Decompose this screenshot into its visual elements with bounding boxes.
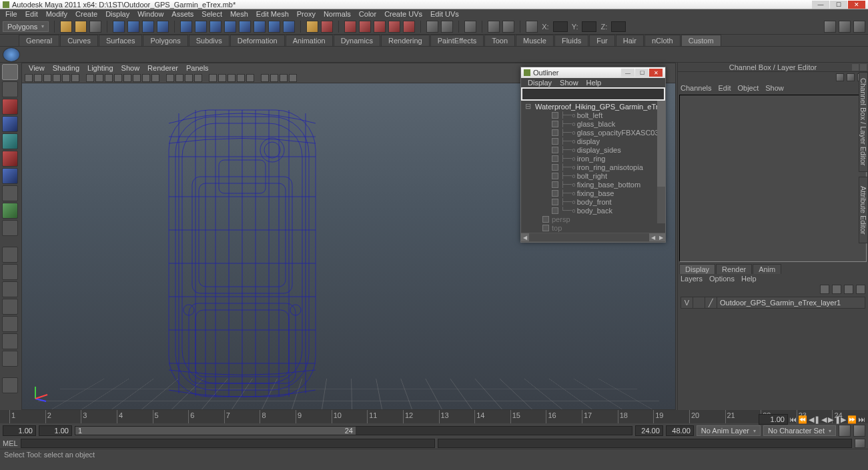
time-tick[interactable]: 9 [296,410,332,423]
time-tick[interactable]: 10 [332,410,368,423]
vp-icon[interactable] [280,74,288,82]
tree-item[interactable]: ├──oglass_black [522,119,664,128]
shelf-tab-general[interactable]: General [19,35,59,46]
tree-item[interactable]: ├──obolt_right [522,171,664,180]
outliner-min-button[interactable]: — [621,69,634,77]
menu-proxy[interactable]: Proxy [293,10,320,18]
shelf-tab-muscle[interactable]: Muscle [516,35,554,46]
outliner-menu-display[interactable]: Display [524,79,556,87]
outliner-title-bar[interactable]: Outliner — ☐ ✕ [521,67,665,78]
script-layout-icon[interactable] [2,351,18,367]
auto-key-icon[interactable] [839,425,851,437]
vp-icon[interactable] [71,74,79,82]
anim-layer-dropdown[interactable]: No Anim Layer [697,425,761,436]
snap-point-icon[interactable] [209,21,222,33]
shelf-tab-curves[interactable]: Curves [60,35,98,46]
tree-item[interactable]: └──obody_back [522,206,664,215]
time-tick[interactable]: 3 [81,410,117,423]
shelf-tab-fur[interactable]: Fur [589,35,615,46]
tool-settings-icon[interactable] [839,21,851,33]
tree-item-camera[interactable]: top [522,223,664,232]
y-input[interactable] [582,21,596,32]
soft-mod-tool[interactable] [2,185,18,201]
step-fwd-button[interactable]: ❚▶ [835,415,846,424]
outliner-close-button[interactable]: ✕ [649,69,663,77]
menu-edituvs[interactable]: Edit UVs [426,10,463,18]
cb-menu-edit[interactable]: Edit [718,84,731,92]
two-pane-icon[interactable] [2,281,18,297]
tree-item[interactable]: ├──obolt_left [522,111,664,119]
vp-icon[interactable] [261,74,269,82]
last-tool[interactable] [2,220,18,236]
menu-display[interactable]: Display [101,10,133,18]
vp-icon[interactable] [228,74,236,82]
menu-file[interactable]: File [1,10,21,18]
new-scene-icon[interactable] [60,21,72,33]
vp-icon[interactable] [151,74,159,82]
time-tick[interactable]: 13 [439,410,475,423]
menu-normals[interactable]: Normals [320,10,355,18]
redo-icon[interactable] [127,21,139,33]
mode-dropdown[interactable]: Polygons [3,21,49,32]
snap-view-icon[interactable] [254,21,266,33]
vp-menu-renderer[interactable]: Renderer [143,64,182,72]
cb-menu-object[interactable]: Object [737,84,759,92]
move-tool[interactable] [2,116,18,132]
tree-item[interactable]: ├──oiron_ring [522,154,664,163]
time-tick[interactable]: 14 [474,410,510,423]
vp-icon[interactable] [105,74,113,82]
outliner-window[interactable]: Outliner — ☐ ✕ Display Show Help ⊟ Water… [520,67,666,243]
attr-editor-icon[interactable] [824,21,836,33]
make-live-icon[interactable] [502,21,514,33]
time-tick[interactable]: 5 [153,410,189,423]
select-object-icon[interactable] [157,21,169,33]
vp-menu-view[interactable]: View [25,64,49,72]
lasso-tool[interactable] [2,81,18,97]
layer-tab-render[interactable]: Render [716,264,752,274]
tree-item-root[interactable]: ⊟ Waterproof_Hiking_GPS_Garmin_eTrex [522,102,664,111]
time-tick[interactable]: 20 [689,410,725,423]
shelf-custom-icon[interactable] [3,47,20,62]
layer-menu-help[interactable]: Help [741,275,757,283]
layer-icon[interactable] [856,285,865,294]
channelbox-icon[interactable] [853,21,865,33]
vp-icon[interactable] [142,74,150,82]
time-tick[interactable]: 11 [367,410,403,423]
side-tab-channelbox[interactable]: Channel Box / Layer Editor [859,72,868,172]
construction-icon[interactable] [426,21,438,33]
goto-start-button[interactable]: ⏮ [789,415,797,423]
hypershade-icon[interactable] [374,21,386,33]
char-set-dropdown[interactable]: No Character Set [763,425,836,436]
shelf-tab-dynamics[interactable]: Dynamics [334,35,380,46]
layer-menu-layers[interactable]: Layers [681,275,703,283]
snap-live-icon[interactable] [239,21,251,33]
batch-render-icon[interactable] [403,21,415,33]
menu-edit[interactable]: Edit [21,10,42,18]
tree-item[interactable]: ├──oglass_opacityFBXASC032 [522,128,664,137]
layer-visibility[interactable]: V [681,297,693,308]
step-back-key-button[interactable]: ⏪ [798,415,807,424]
cb-icon[interactable] [836,73,844,81]
play-back-button[interactable]: ◀ [821,415,827,424]
tree-item[interactable]: ├──oiron_ring_anisotopia [522,163,664,171]
outliner-search-input[interactable] [522,89,664,99]
side-tab-attribute-editor[interactable]: Attribute Editor [859,177,868,243]
time-tick[interactable]: 12 [403,410,439,423]
time-tick[interactable]: 21 [725,410,761,423]
layer-type[interactable] [693,297,705,308]
time-tick[interactable]: 16 [546,410,582,423]
outliner-menu-show[interactable]: Show [556,79,582,87]
layer-icon[interactable] [820,285,829,294]
shelf-tab-custom[interactable]: Custom [681,35,721,46]
tree-item[interactable]: ├──ofixing_base [522,189,664,197]
vp-icon[interactable] [114,74,122,82]
vp-icon[interactable] [25,74,33,82]
x-input[interactable] [553,21,568,32]
vp-icon[interactable] [62,74,70,82]
vp-icon[interactable] [289,74,297,82]
four-pane-icon[interactable] [2,264,18,280]
open-scene-icon[interactable] [75,21,87,33]
script-editor-icon[interactable] [855,439,865,448]
select-hierarchy-icon[interactable] [142,21,154,33]
layer-tab-display[interactable]: Display [679,264,715,274]
